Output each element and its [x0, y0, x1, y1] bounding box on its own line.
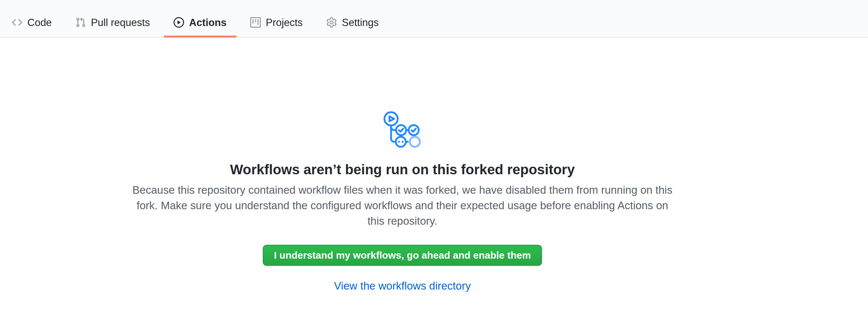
code-icon	[12, 17, 22, 28]
secondary-action-row: View the workflows directory	[0, 280, 805, 292]
repo-tab-bar: Code Pull requests Actions Projects Sett…	[0, 0, 868, 37]
tab-settings[interactable]: Settings	[316, 0, 389, 37]
tab-label: Pull requests	[91, 18, 150, 28]
tab-label: Code	[27, 18, 52, 28]
play-icon	[174, 17, 184, 28]
tab-actions[interactable]: Actions	[164, 0, 237, 37]
workflow-graph-icon	[383, 111, 422, 149]
tab-code[interactable]: Code	[2, 0, 62, 37]
tab-projects[interactable]: Projects	[240, 0, 312, 37]
tab-label: Actions	[189, 18, 226, 28]
actions-blankslate: Workflows aren’t being run on this forke…	[0, 37, 805, 292]
tab-pull-requests[interactable]: Pull requests	[65, 0, 160, 37]
primary-action-row: I understand my workflows, go ahead and …	[0, 229, 805, 266]
project-icon	[250, 17, 261, 28]
workflows-directory-link[interactable]: View the workflows directory	[334, 280, 471, 292]
tab-label: Settings	[342, 18, 379, 28]
gear-icon	[326, 17, 337, 28]
blankslate-heading: Workflows aren’t being run on this forke…	[0, 161, 805, 178]
enable-workflows-button[interactable]: I understand my workflows, go ahead and …	[263, 245, 542, 266]
tab-label: Projects	[266, 18, 303, 28]
blankslate-description: Because this repository contained workfl…	[131, 182, 674, 229]
pull-request-icon	[75, 17, 86, 28]
